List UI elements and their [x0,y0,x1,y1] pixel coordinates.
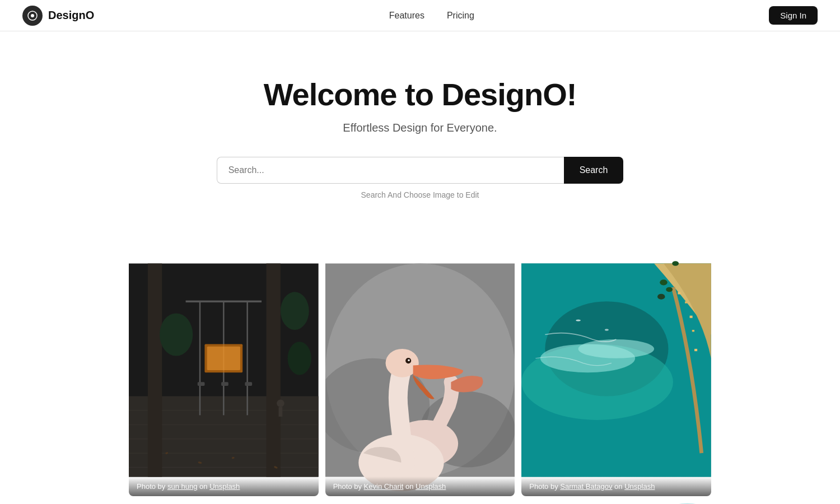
image-caption-1: Photo by sun hung on Unsplash [129,477,319,496]
caption-author-1[interactable]: sun hung [167,482,198,491]
svg-point-37 [408,360,409,361]
logo-icon [22,6,43,26]
svg-rect-19 [207,347,240,370]
svg-point-49 [576,319,581,321]
caption-prefix-2: Photo by [333,482,364,491]
svg-point-52 [666,287,673,292]
svg-rect-17 [245,382,252,386]
image-card-3[interactable]: Photo by Sarmat Batagov on Unsplash [521,244,711,496]
svg-point-20 [277,399,284,407]
nav-pricing[interactable]: Pricing [447,11,474,21]
svg-rect-48 [694,349,697,351]
caption-source-3[interactable]: Unsplash [624,482,655,491]
image-caption-2: Photo by Kevin Charit on Unsplash [325,477,515,496]
navbar-logo-group: DesignO [22,6,94,26]
search-input[interactable] [217,157,564,184]
sign-in-button[interactable]: Sign In [769,6,818,25]
image-card-1[interactable]: Photo by sun hung on Unsplash [129,244,319,496]
hero-subtitle: Effortless Design for Everyone. [22,122,818,134]
search-button[interactable]: Search [564,157,624,184]
brand-name: DesignO [48,9,94,22]
svg-point-54 [673,261,679,265]
hero-title: Welcome to DesignO! [22,76,818,113]
svg-point-50 [605,329,609,330]
search-hint: Search And Choose Image to Edit [22,190,818,199]
svg-rect-10 [267,264,281,477]
search-bar: Search [22,157,818,184]
svg-rect-9 [148,264,162,477]
caption-source-1[interactable]: Unsplash [209,482,240,491]
svg-rect-15 [198,382,205,386]
caption-prefix-1: Photo by [137,482,167,491]
svg-rect-44 [678,292,681,294]
svg-point-22 [160,313,193,356]
svg-point-43 [578,339,654,358]
caption-source-2[interactable]: Unsplash [416,482,446,491]
image-caption-3: Photo by Sarmat Batagov on Unsplash [521,477,711,496]
hero-section: Welcome to DesignO! Effortless Design fo… [0,31,840,244]
caption-on-1: on [199,482,209,491]
image-grid-main: Photo by sun hung on Unsplash [0,244,840,496]
caption-prefix-3: Photo by [529,482,560,491]
navbar: DesignO Features Pricing Sign In [0,0,840,31]
navbar-links: Features Pricing [389,11,474,21]
nav-features[interactable]: Features [389,11,424,21]
image-card-2[interactable]: Photo by Kevin Charit on Unsplash [325,244,515,496]
caption-author-2[interactable]: Kevin Charit [364,482,404,491]
svg-rect-47 [692,330,694,332]
caption-author-3[interactable]: Sarmat Batagov [560,482,612,491]
svg-rect-16 [221,382,228,386]
svg-point-1 [31,14,34,17]
caption-on-2: on [405,482,416,491]
caption-on-3: on [614,482,624,491]
svg-rect-21 [279,407,283,417]
svg-rect-46 [690,316,693,318]
svg-point-53 [657,294,665,300]
svg-point-23 [281,292,309,330]
svg-point-51 [660,279,668,285]
svg-rect-45 [685,301,687,303]
svg-point-24 [288,342,311,375]
